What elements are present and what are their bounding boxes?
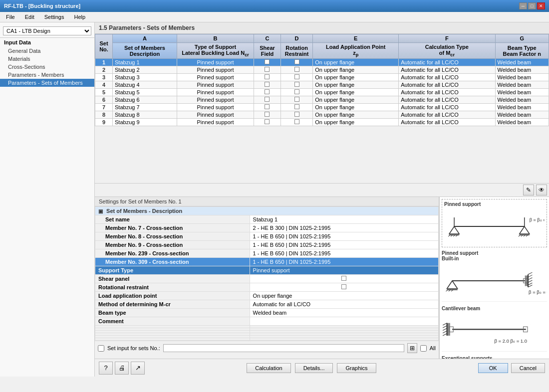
table-row[interactable]: 3 Stabzug 3 Pinned support On upper flan… [95, 74, 549, 81]
row-calc: Automatic for all LC/CO [399, 81, 495, 89]
row-support: Pinned support [177, 74, 254, 81]
settings-set-name-value: Stabzug 1 [250, 215, 438, 224]
row-shear [254, 96, 281, 104]
menu-help[interactable]: Help [70, 13, 89, 21]
svg-text:β = β₀ = 1.0: β = β₀ = 1.0 [530, 217, 545, 222]
row-beam: Welded beam [495, 104, 549, 111]
row-support: Pinned support [177, 81, 254, 89]
ok-button[interactable]: OK [478, 363, 508, 373]
row-beam: Welded beam [495, 59, 549, 66]
col-g-header: G [495, 34, 549, 43]
table-row[interactable]: 7 Stabzug 7 Pinned support On upper flan… [95, 104, 549, 111]
col-load-label: Load Application Pointzp [313, 43, 399, 59]
row-number: 6 [95, 96, 113, 104]
sidebar-item-general-data[interactable]: General Data [0, 47, 94, 55]
table-row[interactable]: 4 Stabzug 4 Pinned support On upper flan… [95, 81, 549, 89]
table-row[interactable]: 1 Stabzug 1 Pinned support On upper flan… [95, 59, 549, 66]
table-row[interactable]: 5 Stabzug 5 Pinned support On upper flan… [95, 89, 549, 96]
row-name: Stabzug 5 [113, 89, 177, 96]
settings-member9: Member No. 9 - Cross-section 1 - HE B 65… [95, 241, 439, 249]
row-rotation [280, 89, 312, 96]
col-support-label: Type of SupportLateral Buckling Load Ncr [177, 43, 254, 59]
table-area[interactable]: SetNo. A B C D E F G Set of MembersDescr… [95, 34, 549, 184]
bottom-bar-right: OK Cancel [478, 363, 545, 373]
row-beam: Welded beam [495, 81, 549, 89]
table-view-button[interactable]: 👁 [536, 185, 547, 196]
set-input-row: Set input for sets No.: ⊞ All [95, 341, 439, 355]
main-table: SetNo. A B C D E F G Set of MembersDescr… [95, 34, 549, 126]
row-load-pt: On upper flange [313, 96, 399, 104]
row-calc: Automatic for all LC/CO [399, 104, 495, 111]
design-case-dropdown[interactable]: CA1 - LTB Design [3, 26, 91, 35]
help-button[interactable]: ? [99, 362, 113, 375]
calculation-button[interactable]: Calculation [247, 363, 290, 373]
close-button[interactable]: ✕ [537, 2, 545, 9]
table-row[interactable]: 2 Stabzug 2 Pinned support On upper flan… [95, 66, 549, 74]
shear-checkbox[interactable] [341, 276, 346, 281]
row-load-pt: On upper flange [313, 111, 399, 119]
sidebar-section-header: Input Data [0, 38, 94, 47]
settings-panel: Settings for Set of Members No. 1 ▣ Set … [95, 197, 439, 359]
table-edit-button[interactable]: ✎ [523, 185, 534, 196]
table-row[interactable]: 6 Stabzug 6 Pinned support On upper flan… [95, 96, 549, 104]
row-shear [254, 81, 281, 89]
row-load-pt: On upper flange [313, 81, 399, 89]
row-shear [254, 66, 281, 74]
section-header: 1.5 Parameters - Sets of Members [95, 22, 549, 34]
row-beam: Welded beam [495, 96, 549, 104]
svg-line-39 [443, 334, 447, 336]
col-c-header: C [254, 34, 281, 43]
row-beam: Welded beam [495, 89, 549, 96]
sidebar-item-cross-sections[interactable]: Cross-Sections [0, 63, 94, 71]
row-rotation [280, 81, 312, 89]
sidebar-item-parameters-sets[interactable]: Parameters - Sets of Members [0, 79, 94, 87]
sidebar-item-parameters-members[interactable]: Parameters - Members [0, 71, 94, 79]
svg-line-3 [448, 235, 450, 236]
settings-table: ▣ Set of Members - Description Set name … [95, 206, 439, 341]
row-name: Stabzug 2 [113, 66, 177, 74]
col-beam-label: Beam TypeBeam Factor n [495, 43, 549, 59]
settings-beam-row: Beam type Welded beam [95, 309, 439, 317]
menu-settings[interactable]: Settings [40, 13, 68, 21]
graphics-button[interactable]: Graphics [337, 363, 376, 373]
rotation-checkbox[interactable] [341, 284, 346, 289]
set-input-field[interactable] [163, 344, 404, 352]
sidebar-item-materials[interactable]: Materials [0, 55, 94, 63]
row-support: Pinned support [177, 66, 254, 74]
graphic-pinned-support: Pinned support [442, 199, 547, 247]
menu-file[interactable]: File [2, 13, 19, 21]
settings-support-row: Support Type Pinned support [95, 266, 439, 275]
cancel-button[interactable]: Cancel [511, 363, 545, 373]
table-row[interactable]: 9 Stabzug 9 Pinned support On upper flan… [95, 119, 549, 126]
col-set-members-label: Set of MembersDescription [113, 43, 177, 59]
all-checkbox[interactable] [420, 345, 427, 352]
row-number: 1 [95, 59, 113, 66]
col-a-header: A [113, 34, 177, 43]
row-calc: Automatic for all LC/CO [399, 74, 495, 81]
print-button[interactable]: 🖨 [115, 362, 129, 375]
row-load-pt: On upper flange [313, 59, 399, 66]
minimize-button[interactable]: ─ [519, 2, 527, 9]
row-beam: Welded beam [495, 66, 549, 74]
svg-line-37 [443, 328, 447, 330]
main-container: CA1 - LTB Design Input Data General Data… [0, 22, 549, 377]
row-number: 9 [95, 119, 113, 126]
menu-edit[interactable]: Edit [21, 13, 38, 21]
set-input-checkbox[interactable] [98, 345, 104, 352]
table-row[interactable]: 8 Stabzug 8 Pinned support On upper flan… [95, 111, 549, 119]
set-input-icon-btn[interactable]: ⊞ [407, 343, 417, 353]
settings-member309: Member No. 309 - Cross-section 1 - HE B … [95, 258, 439, 266]
bottom-bar-center: Calculation Details... Graphics [247, 363, 376, 373]
graphic-builtin: Pinned supportBuilt-in [442, 250, 547, 302]
export-button[interactable]: ↗ [131, 362, 145, 375]
row-name: Stabzug 3 [113, 74, 177, 81]
row-calc: Automatic for all LC/CO [399, 66, 495, 74]
content-area: 1.5 Parameters - Sets of Members SetNo. … [95, 22, 549, 377]
maximize-button[interactable]: □ [528, 2, 536, 9]
details-button[interactable]: Details... [295, 363, 333, 373]
col-f-header: F [399, 34, 495, 43]
sidebar: CA1 - LTB Design Input Data General Data… [0, 22, 95, 377]
row-number: 7 [95, 104, 113, 111]
graphic-builtin-title: Pinned supportBuilt-in [442, 250, 547, 261]
collapse-icon[interactable]: ▣ [98, 208, 103, 214]
